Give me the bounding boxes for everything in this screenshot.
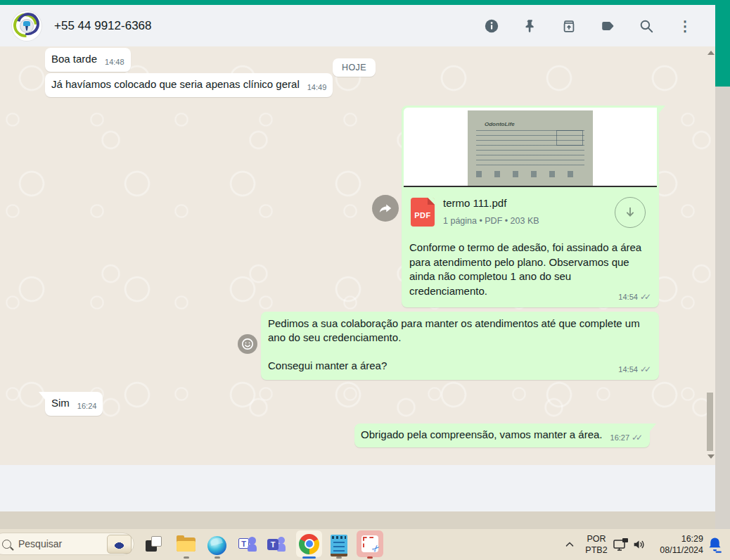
message-time: 14:49 [307,80,327,94]
forward-message-button[interactable] [372,195,399,222]
document-preview[interactable]: OdontoLife [404,108,657,187]
message-incoming[interactable]: Sim16:24 [45,392,103,416]
search-icon [2,540,11,549]
scrollbar-down-arrow[interactable] [707,454,715,459]
message-incoming[interactable]: Já havíamos colocado que seria apenas cl… [45,73,333,97]
message-meta: 14:54✓✓ [618,290,652,304]
language-code: POR [581,533,612,545]
message-outgoing[interactable]: Pedimos a sua colaboração para manter os… [261,312,659,380]
download-button[interactable] [615,197,646,228]
message-text: Pedimos a sua colaboração para manter os… [268,317,652,345]
delivered-ticks-icon: ✓✓ [632,431,643,445]
notification-bell-icon[interactable] [706,535,724,554]
taskbar-search[interactable]: Pesquisar [0,533,134,555]
delivered-ticks-icon: ✓✓ [640,362,652,376]
teams-icon[interactable]: T [238,536,256,554]
menu-kebab-icon[interactable]: ⋮ [677,18,693,34]
pin-icon[interactable] [523,18,538,34]
tray-expand-icon[interactable] [563,538,576,551]
header-actions: ⋮ [484,5,693,46]
message-text: Consegui manter a área? [268,359,652,373]
scan-form-box [556,130,583,146]
right-green-strip [715,0,730,87]
message-text: Já havíamos colocado que seria apenas cl… [51,78,300,90]
task-view-icon[interactable] [146,536,162,553]
running-indicator-active [302,556,316,559]
windows-taskbar: Pesquisar T T [0,529,730,560]
message-composer: + [0,465,715,511]
file-explorer-icon[interactable] [177,536,196,553]
forward-arrow-icon [378,201,393,216]
conversation-panel[interactable]: Boa tarde14:48 HOJE Já havíamos colocado… [0,46,715,465]
message-time: 16:27 [610,433,630,442]
network-icon[interactable] [613,536,631,553]
message-outgoing-document[interactable]: OdontoLife PDF termo 111.pdf 1 página • … [402,106,659,307]
download-arrow-icon [622,205,638,220]
file-name: termo 111.pdf [443,196,615,210]
search-daily-image[interactable] [107,535,132,554]
scan-checkbox-row [476,171,584,177]
archive-icon[interactable] [561,18,577,34]
date-divider: HOJE [333,58,376,77]
scanned-form-image: OdontoLife [468,110,593,187]
message-time: 14:48 [105,55,124,69]
desktop: +55 44 9912-6368 ⋮ Boa tarde14: [0,0,730,560]
file-attachment-row[interactable]: PDF termo 111.pdf 1 página • PDF • 203 K… [404,187,657,236]
info-icon[interactable] [484,18,499,34]
notepad-icon[interactable] [331,535,347,556]
running-indicator [367,556,373,559]
clock-date: 08/11/2024 [646,545,703,556]
contact-avatar[interactable] [12,11,41,41]
search-placeholder: Pesquisar [18,538,107,549]
message-incoming[interactable]: Boa tarde14:48 [45,48,131,72]
message-meta: 14:54✓✓ [618,362,652,376]
search-icon[interactable] [639,18,654,34]
react-emoji-button[interactable] [238,334,257,354]
message-text: Obrigado pela compreensão, vamos manter … [361,428,603,440]
language-indicator[interactable]: POR PTB2 [581,533,612,556]
message-outgoing[interactable]: Obrigado pela compreensão, vamos manter … [354,424,650,447]
pdf-badge-label: PDF [411,208,435,222]
scissors-icon: ✂ [369,542,382,554]
smiley-icon [241,337,255,351]
message-text: Boa tarde [51,53,97,65]
clock-time: 16:29 [646,533,703,545]
scrollbar-up-arrow[interactable] [707,51,715,55]
chat-header: +55 44 9912-6368 ⋮ [0,5,715,46]
running-indicator [184,556,189,559]
running-indicator [214,556,220,559]
edge-browser-icon[interactable] [207,536,226,555]
taskbar-clock[interactable]: 16:29 08/11/2024 [646,533,703,556]
delivered-ticks-icon: ✓✓ [640,290,652,304]
message-time: 14:54 [618,365,638,374]
app-titlebar [0,0,730,5]
message-text: Sim [51,397,70,409]
label-icon[interactable] [600,18,615,34]
tooth-implant-icon [23,21,30,26]
contact-phone-title[interactable]: +55 44 9912-6368 [54,19,152,33]
message-time: 16:24 [77,399,97,413]
right-gray-strip [715,87,730,529]
keyboard-layout: PTB2 [581,545,612,556]
teams-work-icon[interactable]: T [267,536,286,554]
running-indicator [336,556,342,559]
snipping-tool-icon[interactable]: ✂ [357,530,383,557]
message-meta: 16:27✓✓ [610,431,644,445]
file-meta: 1 página • PDF • 203 KB [443,214,615,228]
pdf-file-icon: PDF [411,198,435,227]
message-time: 14:54 [618,293,638,301]
file-info: termo 111.pdf 1 página • PDF • 203 KB [443,196,615,228]
chrome-browser-icon[interactable] [296,530,322,557]
scrollbar-thumb[interactable] [707,393,713,451]
